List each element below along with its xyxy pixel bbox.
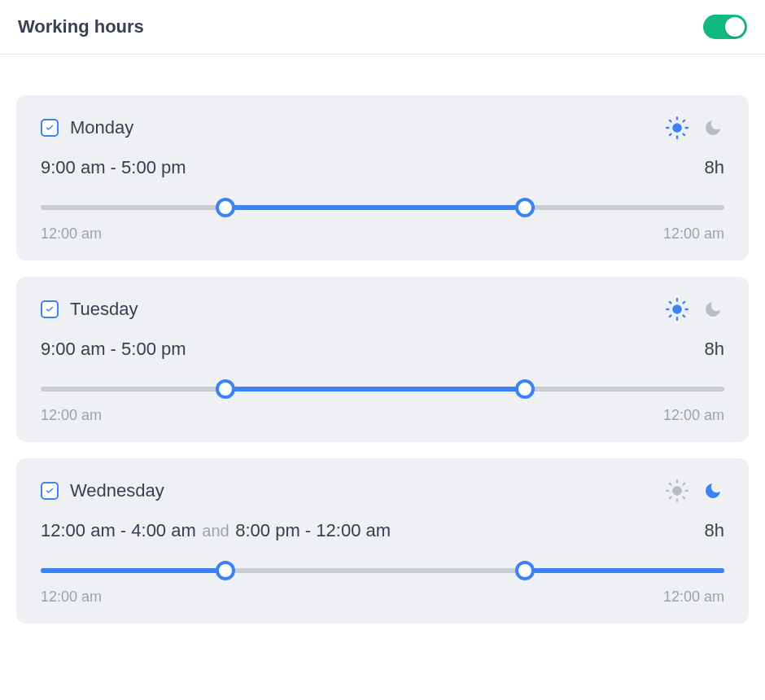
slider-fill <box>525 568 724 573</box>
slider-fill <box>225 387 525 392</box>
duration-label: 8h <box>705 157 724 178</box>
day-enabled-checkbox[interactable] <box>41 119 59 137</box>
page-title: Working hours <box>18 16 144 37</box>
time-range-slider[interactable] <box>41 198 724 217</box>
moon-icon[interactable] <box>702 116 724 139</box>
header: Working hours <box>0 0 765 55</box>
duration-label: 8h <box>705 339 724 360</box>
days-list: Monday 9:00 am - 5:00 pm8h12:00 am12:00 … <box>0 55 765 623</box>
scale-end-label: 12:00 am <box>663 588 724 606</box>
working-hours-toggle[interactable] <box>703 15 747 39</box>
svg-point-18 <box>672 486 682 496</box>
duration-label: 8h <box>705 520 724 541</box>
day-card-monday: Monday 9:00 am - 5:00 pm8h12:00 am12:00 … <box>16 95 749 260</box>
svg-line-7 <box>670 133 671 135</box>
day-name-label: Wednesday <box>70 480 164 501</box>
slider-handle-start[interactable] <box>515 561 535 580</box>
time-range-label: 9:00 am - 5:00 pm <box>41 157 186 178</box>
sun-icon[interactable] <box>666 479 688 502</box>
svg-line-4 <box>683 133 684 135</box>
sun-icon[interactable] <box>666 298 688 321</box>
moon-icon[interactable] <box>702 298 724 321</box>
time-range-slider[interactable] <box>41 561 724 580</box>
day-name-label: Tuesday <box>70 299 138 320</box>
svg-line-25 <box>670 497 671 498</box>
svg-line-21 <box>670 483 671 485</box>
svg-line-8 <box>683 120 684 122</box>
and-label: and <box>198 522 234 540</box>
sun-icon[interactable] <box>666 116 688 139</box>
scale-start-label: 12:00 am <box>41 588 102 606</box>
day-name-label: Monday <box>70 117 133 138</box>
scale-end-label: 12:00 am <box>663 407 724 424</box>
day-card-tuesday: Tuesday 9:00 am - 5:00 pm8h12:00 am12:00… <box>16 277 749 442</box>
day-enabled-checkbox[interactable] <box>41 300 59 318</box>
scale-end-label: 12:00 am <box>663 225 724 243</box>
svg-line-16 <box>670 315 671 317</box>
slider-handle-end[interactable] <box>515 379 535 399</box>
time-range-label: 12:00 am - 4:00 am and 8:00 pm - 12:00 a… <box>41 520 391 541</box>
slider-fill <box>41 568 225 573</box>
svg-line-26 <box>683 483 684 485</box>
scale-start-label: 12:00 am <box>41 225 102 243</box>
svg-line-22 <box>683 497 684 498</box>
moon-icon[interactable] <box>702 479 724 502</box>
svg-point-9 <box>672 304 682 314</box>
svg-line-3 <box>670 120 671 122</box>
day-enabled-checkbox[interactable] <box>41 482 59 500</box>
svg-point-0 <box>672 123 682 133</box>
svg-line-13 <box>683 315 684 317</box>
scale-start-label: 12:00 am <box>41 407 102 424</box>
day-card-wednesday: Wednesday 12:00 am - 4:00 am and 8:00 pm… <box>16 458 749 623</box>
slider-handle-end[interactable] <box>515 198 535 217</box>
slider-handle-start[interactable] <box>216 198 235 217</box>
time-range-label: 9:00 am - 5:00 pm <box>41 339 186 360</box>
svg-line-17 <box>683 302 684 304</box>
slider-handle-start[interactable] <box>216 379 235 399</box>
slider-fill <box>225 205 525 210</box>
time-range-slider[interactable] <box>41 379 724 399</box>
svg-line-12 <box>670 302 671 304</box>
slider-handle-end[interactable] <box>216 561 235 580</box>
